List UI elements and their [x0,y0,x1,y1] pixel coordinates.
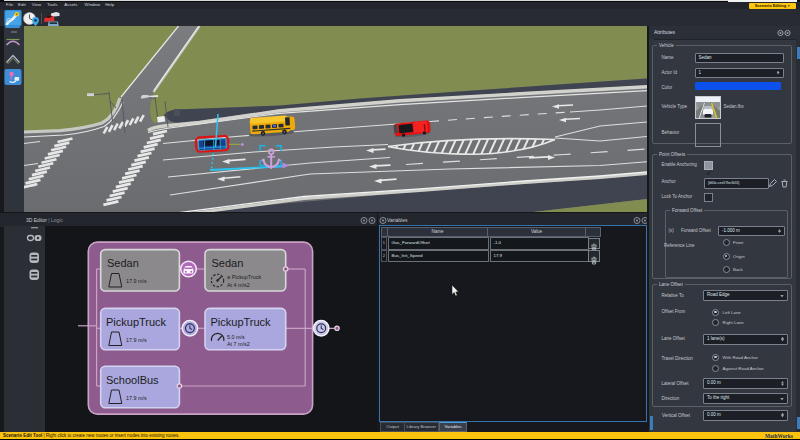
svg-text:SchoolBus: SchoolBus [106,374,159,386]
svg-text:PickupTruck: PickupTruck [211,316,272,328]
svg-text:17.9 m/s: 17.9 m/s [126,278,147,284]
svg-text:≡ PickupTruck: ≡ PickupTruck [227,274,261,280]
svg-text:17.9 m/s: 17.9 m/s [126,395,147,401]
svg-text:At 4 m/s2: At 4 m/s2 [227,282,250,288]
svg-text:PickupTruck: PickupTruck [106,316,167,328]
svg-text:5.0 m/s: 5.0 m/s [227,334,245,340]
svg-text:Sedan: Sedan [107,257,139,269]
svg-text:Sedan: Sedan [212,257,244,269]
svg-text:17.9 m/s: 17.9 m/s [126,337,147,343]
svg-text:At 7 m/s2: At 7 m/s2 [227,341,250,347]
